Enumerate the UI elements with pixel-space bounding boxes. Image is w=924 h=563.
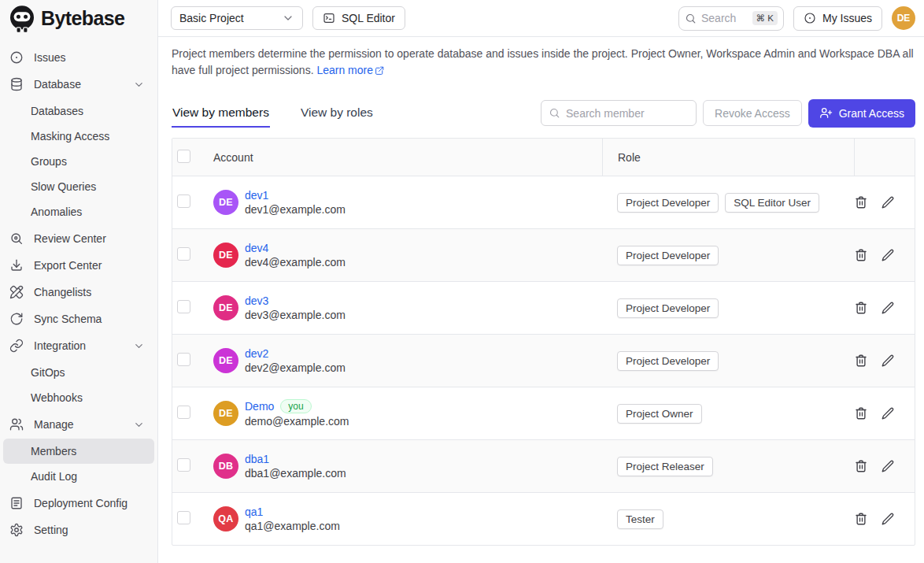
revoke-access-button[interactable]: Revoke Access	[703, 100, 802, 126]
sidebar-item-issues[interactable]: Issues	[3, 45, 154, 70]
delete-member-button[interactable]	[854, 354, 868, 368]
sidebar-item-label: Integration	[34, 339, 123, 352]
sidebar-item-review-center[interactable]: Review Center	[3, 226, 154, 251]
sidebar: IssuesDatabaseDatabasesMasking AccessGro…	[0, 37, 158, 563]
edit-member-button[interactable]	[881, 301, 895, 315]
account-text: dev1dev1@example.com	[245, 189, 346, 216]
member-name-link[interactable]: dev1	[245, 189, 268, 202]
global-search-input[interactable]: Search ⌘ K	[678, 6, 784, 31]
view-tabs: View by members View by roles	[172, 98, 374, 128]
sidebar-item-label: Manage	[34, 418, 123, 431]
learn-more-link[interactable]: Learn more	[316, 64, 373, 76]
sidebar-item-export-center[interactable]: Export Center	[3, 253, 154, 278]
row-checkbox[interactable]	[177, 511, 190, 524]
member-name-link[interactable]: Demo	[245, 400, 274, 413]
sidebar-item-setting[interactable]: Setting	[3, 517, 154, 543]
sidebar-item-webhooks[interactable]: Webhooks	[3, 385, 154, 410]
sidebar-item-manage[interactable]: Manage	[3, 412, 154, 437]
delete-member-button[interactable]	[854, 248, 868, 262]
top-bar: Bytebase Basic Project SQL Editor Search…	[0, 0, 924, 37]
edit-member-button[interactable]	[881, 195, 895, 209]
role-badge: Project Releaser	[617, 457, 713, 476]
table-row: QAqa1qa1@example.comTester	[172, 492, 915, 545]
sidebar-item-masking-access[interactable]: Masking Access	[3, 124, 154, 149]
row-checkbox[interactable]	[177, 247, 190, 261]
sidebar-item-groups[interactable]: Groups	[3, 149, 154, 174]
delete-member-button[interactable]	[854, 406, 868, 420]
delete-member-button[interactable]	[854, 195, 868, 209]
sidebar-item-deployment-config[interactable]: Deployment Config	[3, 491, 154, 516]
search-member-input[interactable]: Search member	[541, 100, 697, 126]
row-checkbox-cell	[172, 406, 213, 421]
user-avatar[interactable]: DE	[892, 6, 915, 30]
account-cell: QAqa1qa1@example.com	[213, 506, 602, 532]
role-badge: Project Developer	[617, 351, 719, 371]
edit-member-button[interactable]	[881, 512, 895, 526]
top-bar-main: Basic Project SQL Editor Search ⌘ K My I…	[158, 0, 924, 37]
member-name-row: dev2	[245, 347, 346, 360]
column-header-role: Role	[602, 139, 854, 176]
sidebar-item-audit-log[interactable]: Audit Log	[3, 464, 154, 489]
member-name-row: Demoyou	[245, 399, 349, 413]
edit-member-button[interactable]	[881, 248, 895, 262]
sidebar-item-databases[interactable]: Databases	[3, 98, 154, 124]
sidebar-item-changelists[interactable]: Changelists	[3, 280, 154, 305]
tab-view-by-members[interactable]: View by members	[172, 98, 270, 128]
row-checkbox[interactable]	[177, 406, 190, 419]
member-name-link[interactable]: dba1	[245, 453, 269, 465]
export-icon	[9, 258, 24, 272]
sidebar-item-label: Review Center	[34, 232, 145, 245]
member-name-link[interactable]: qa1	[245, 506, 263, 518]
sidebar-item-gitops[interactable]: GitOps	[3, 360, 154, 385]
member-email: dba1@example.com	[245, 467, 346, 480]
delete-member-button[interactable]	[854, 301, 868, 315]
actions-cell	[854, 354, 915, 368]
avatar: DE	[213, 295, 238, 320]
sidebar-item-label: Audit Log	[31, 470, 77, 483]
gear-icon	[9, 523, 24, 537]
sidebar-item-label: Issues	[34, 51, 145, 64]
edit-member-button[interactable]	[881, 459, 895, 473]
row-checkbox-cell	[172, 300, 213, 316]
member-name-link[interactable]: dev3	[245, 294, 268, 307]
member-name-row: dev1	[245, 189, 346, 202]
my-issues-label: My Issues	[822, 12, 872, 24]
my-issues-button[interactable]: My Issues	[793, 6, 882, 31]
member-name-row: dev3	[245, 294, 346, 307]
database-icon	[9, 77, 24, 91]
member-name-link[interactable]: dev2	[245, 347, 268, 360]
sidebar-item-members[interactable]: Members	[3, 439, 154, 464]
grant-access-button[interactable]: Grant Access	[808, 99, 915, 128]
edit-member-button[interactable]	[881, 354, 895, 368]
project-select[interactable]: Basic Project	[171, 6, 303, 30]
row-checkbox[interactable]	[177, 300, 190, 313]
sidebar-item-label: Masking Access	[31, 130, 109, 143]
sidebar-item-database[interactable]: Database	[3, 72, 154, 97]
sidebar-item-anomalies[interactable]: Anomalies	[3, 199, 154, 224]
account-cell: DEdev4dev4@example.com	[213, 242, 602, 269]
actions-cell	[854, 406, 915, 420]
sql-editor-button[interactable]: SQL Editor	[312, 6, 405, 30]
sidebar-item-sync-schema[interactable]: Sync Schema	[3, 306, 154, 332]
sidebar-item-integration[interactable]: Integration	[3, 333, 154, 358]
chevron-down-icon	[133, 79, 145, 91]
role-cell: Project Developer	[602, 246, 854, 265]
sidebar-item-slow-queries[interactable]: Slow Queries	[3, 174, 154, 199]
role-cell: Project Developer	[602, 298, 854, 318]
edit-member-button[interactable]	[881, 406, 895, 420]
project-select-value: Basic Project	[179, 12, 244, 24]
link-icon	[9, 339, 24, 353]
row-checkbox[interactable]	[177, 353, 190, 366]
tab-view-by-roles[interactable]: View by roles	[300, 98, 374, 128]
row-checkbox[interactable]	[177, 194, 190, 208]
member-name-link[interactable]: dev4	[245, 242, 268, 254]
role-badge: Project Developer	[617, 193, 719, 213]
row-checkbox[interactable]	[177, 458, 190, 472]
delete-member-button[interactable]	[854, 512, 868, 526]
issue-icon	[9, 50, 24, 65]
bytebase-logo-icon	[6, 3, 38, 35]
member-email: dev1@example.com	[245, 203, 346, 216]
select-all-checkbox[interactable]	[177, 150, 190, 163]
role-cell: Tester	[602, 509, 854, 529]
delete-member-button[interactable]	[854, 459, 868, 473]
